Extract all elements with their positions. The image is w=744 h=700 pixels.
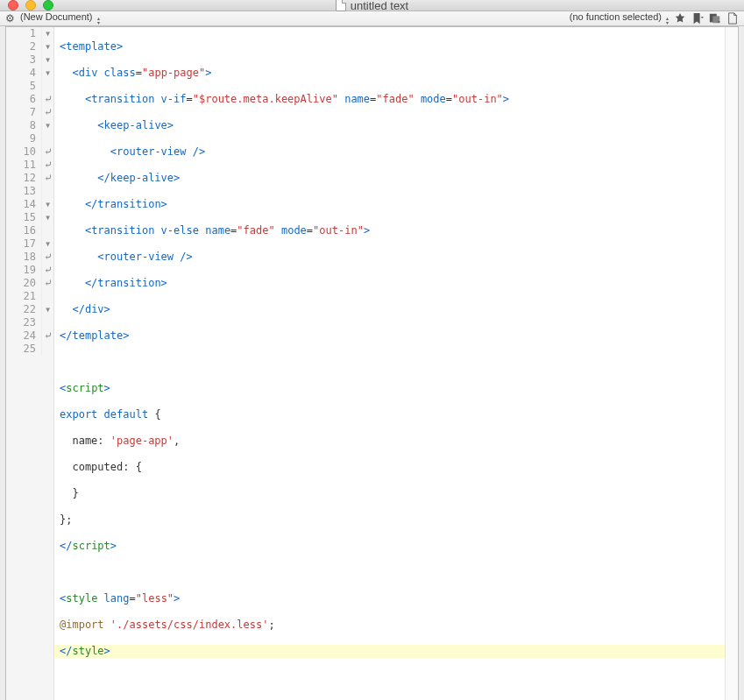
close-window-button[interactable] [8, 0, 18, 11]
code-line: </transition> [60, 198, 725, 211]
zoom-window-button[interactable] [43, 0, 53, 11]
bookmark-dropdown-icon[interactable] [691, 12, 704, 25]
window-title: untitled text [0, 0, 744, 12]
code-line: name: 'page-app', [60, 435, 725, 448]
window-titlebar: untitled text [0, 0, 744, 11]
code-line: @import './assets/css/index.less'; [60, 619, 725, 632]
code-line: <template> [60, 40, 725, 53]
code-line-current: </style> [54, 645, 725, 658]
code-line: <transition v-if="$route.meta.keepAlive"… [60, 93, 725, 106]
navigation-toolbar: ⚙ (New Document) ▴▾ (no function selecte… [0, 11, 744, 26]
code-line: </script> [60, 540, 725, 553]
code-line: <keep-alive> [60, 119, 725, 132]
fold-toggle[interactable]: ▾ [41, 27, 53, 40]
code-area[interactable]: <template> <div class="app-page"> <trans… [54, 27, 725, 700]
pin-icon[interactable] [674, 12, 686, 25]
code-line: </template> [60, 329, 725, 343]
document-icon[interactable] [726, 12, 739, 25]
code-line [60, 566, 725, 579]
code-line [60, 356, 725, 369]
code-line: }; [60, 513, 725, 527]
minimize-window-button[interactable] [25, 0, 36, 11]
line-gutter[interactable]: 1▾ 2▾ 3▾ 4▾ 5 6⤶ 7⤶ 8▾ 9 10⤶ 11⤶ 12⤶ 13 … [6, 27, 54, 700]
code-line: </div> [60, 303, 725, 316]
editor: 1▾ 2▾ 3▾ 4▾ 5 6⤶ 7⤶ 8▾ 9 10⤶ 11⤶ 12⤶ 13 … [5, 26, 739, 700]
line-number: 1 [6, 27, 41, 40]
document-popup[interactable]: (New Document) ▴▾ [20, 11, 100, 25]
code-line: <script> [60, 382, 725, 395]
code-line: </transition> [60, 277, 725, 290]
code-line: </keep-alive> [60, 172, 725, 185]
code-line: <router-view /> [60, 251, 725, 264]
document-popup-label: (New Document) [20, 11, 93, 22]
window-controls [8, 0, 53, 11]
code-line: <router-view /> [60, 145, 725, 159]
code-line: computed: { [60, 461, 725, 474]
code-line: <transition v-else name="fade" mode="out… [60, 224, 725, 237]
function-popup-label: (no function selected) [570, 11, 662, 22]
updown-icon: ▴▾ [666, 17, 669, 25]
window-title-text: untitled text [351, 0, 409, 12]
code-line: } [60, 487, 725, 500]
function-popup[interactable]: (no function selected) ▴▾ [570, 11, 669, 25]
code-line: export default { [60, 408, 725, 421]
code-line: <div class="app-page"> [60, 67, 725, 80]
code-line [60, 671, 725, 684]
counterpart-icon[interactable] [709, 12, 721, 25]
updown-icon: ▴▾ [97, 17, 100, 25]
vertical-scrollbar[interactable] [725, 27, 738, 700]
code-line: <style lang="less"> [60, 592, 725, 605]
gear-icon[interactable]: ⚙ [5, 12, 15, 25]
document-icon [336, 0, 346, 11]
